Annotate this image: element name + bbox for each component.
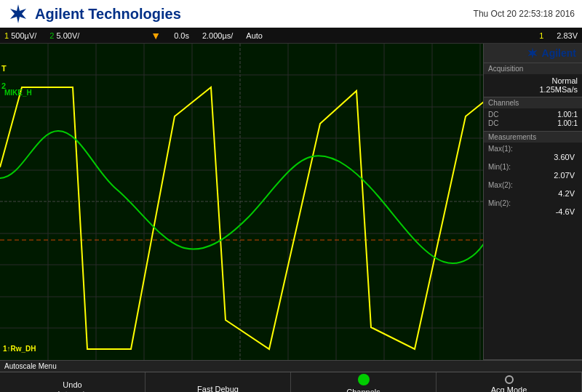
acq-mode-button[interactable]: Acq Mode Normal <box>436 372 582 392</box>
svg-marker-0 <box>10 4 26 23</box>
scope-screen: T 2 MIKE_H 1↑Rw_DH <box>0 44 484 360</box>
trigger-voltage: 2.83V <box>557 31 578 40</box>
header-datetime: Thu Oct 20 22:53:18 2016 <box>474 9 575 19</box>
ch1-marker-label: T <box>1 64 7 73</box>
max1-label: Max(1): <box>488 145 578 153</box>
channels-section: Channels DC 1.00:1 DC 1.00:1 <box>484 97 582 132</box>
header: Agilent Technologies Thu Oct 20 22:53:18… <box>0 0 582 28</box>
acquisition-mode: Normal <box>488 76 578 85</box>
max2-value: 4.2V <box>488 189 578 198</box>
ch1-ratio: 1.00:1 <box>557 111 578 119</box>
channels-displayed-button[interactable]: Channels Displayed <box>291 372 436 392</box>
acquisition-section: Acquisition Normal 1.25MSa/s <box>484 63 582 97</box>
min1-label: Min(1): <box>488 163 578 171</box>
right-panel: Agilent Acquisition Normal 1.25MSa/s Cha… <box>484 44 582 360</box>
fast-debug-label1: Fast Debug <box>197 385 239 393</box>
min2-label: Min(2): <box>488 199 578 207</box>
header-left: Agilent Technologies <box>7 3 181 25</box>
time-position: 0.0s <box>174 31 189 40</box>
max2-label: Max(2): <box>488 181 578 189</box>
main-area: T 2 MIKE_H 1↑Rw_DH Agilent Acquisition N… <box>0 44 582 360</box>
mike-signal-label: MIKE_H <box>4 89 32 97</box>
channels-label1: Channels <box>346 388 380 393</box>
min2-value: -4.6V <box>488 207 578 216</box>
acquisition-title: Acquisition <box>484 63 582 74</box>
channels-circle-icon <box>358 374 370 385</box>
right-panel-logo: Agilent <box>484 44 582 63</box>
bottom-menu: Undo Autoscale Fast Debug Channels Displ… <box>0 372 582 392</box>
autoscale-bar: Autoscale Menu <box>0 360 582 372</box>
acq-mode-label1: Acq Mode <box>491 385 527 392</box>
max1-value: 3.60V <box>488 153 578 161</box>
ch1-coupling: DC <box>488 111 498 119</box>
ch2-ratio: 1.00:1 <box>557 119 578 127</box>
undo-autoscale-label1: Undo <box>63 380 81 389</box>
ch2-coupling: DC <box>488 119 498 127</box>
ch2-scale: 2 5.00V/ <box>49 31 79 40</box>
ch1-scale: 1 500µV/ <box>4 31 36 40</box>
svg-marker-21 <box>527 47 537 59</box>
acq-mode-radio-icon <box>505 375 514 384</box>
fast-debug-button[interactable]: Fast Debug <box>146 372 291 392</box>
measurements-section: Measurements Max(1): 3.60V Min(1): 2.07V… <box>484 132 582 360</box>
app-title: Agilent Technologies <box>35 6 181 23</box>
trigger-mode: Auto <box>246 31 263 40</box>
scope-grid <box>0 44 483 360</box>
topbar: 1 500µV/ 2 5.00V/ ▼ 0.0s 2.000µs/ Auto 1… <box>0 28 582 44</box>
trigger-channel: 1 <box>539 31 543 40</box>
autoscale-label: Autoscale Menu <box>4 362 57 370</box>
measurements-title: Measurements <box>484 132 582 143</box>
agilent-logo-icon <box>7 3 29 25</box>
min1-value: 2.07V <box>488 171 578 180</box>
acquisition-rate: 1.25MSa/s <box>488 85 578 94</box>
time-div: 2.000µs/ <box>202 31 233 40</box>
right-panel-brand: Agilent <box>542 47 576 59</box>
ch2-row: DC 1.00:1 <box>488 119 578 127</box>
ch1-row: DC 1.00:1 <box>488 111 578 119</box>
channels-title: Channels <box>484 97 582 108</box>
trigger-marker-icon: ▼ <box>151 30 161 41</box>
agilent-small-logo-icon <box>526 47 539 60</box>
undo-autoscale-button[interactable]: Undo Autoscale <box>0 372 146 392</box>
rw-signal-label: 1↑Rw_DH <box>3 345 36 353</box>
